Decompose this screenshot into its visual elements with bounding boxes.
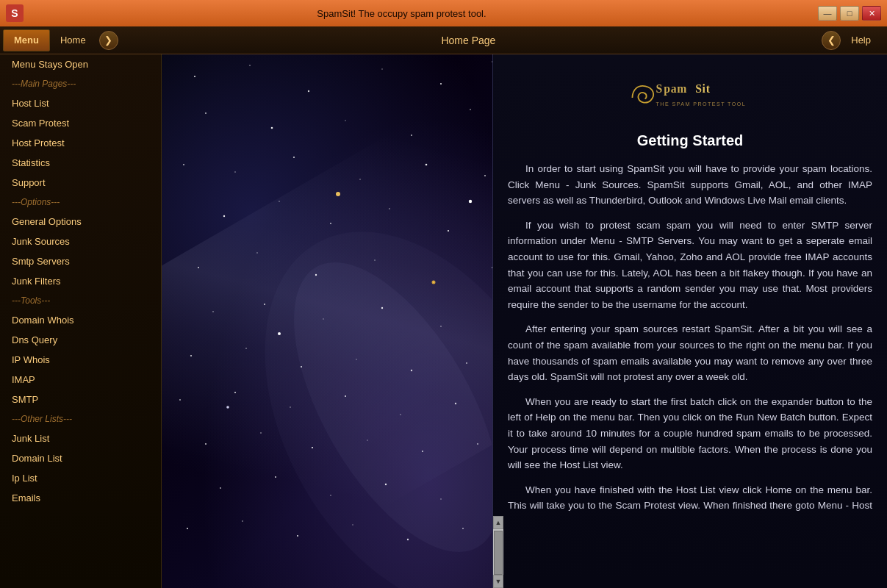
sidebar-item-ip-whois[interactable]: IP Whois bbox=[0, 350, 161, 370]
sidebar-other-label: ---Other Lists--- bbox=[0, 409, 161, 429]
title-bar: S SpamSit! The occupy spam protest tool.… bbox=[0, 0, 887, 26]
svg-point-67 bbox=[275, 476, 276, 478]
svg-point-81 bbox=[336, 192, 340, 196]
content-para-5: When you have finished with the Host Lis… bbox=[508, 482, 872, 516]
svg-point-22 bbox=[279, 201, 280, 202]
sidebar-item-dns-query[interactable]: Dns Query bbox=[0, 330, 161, 350]
svg-point-23 bbox=[330, 223, 331, 224]
svg-point-42 bbox=[190, 355, 192, 356]
content-scrollbar[interactable]: ▲ ▼ bbox=[493, 516, 503, 588]
sidebar-item-junk-sources[interactable]: Junk Sources bbox=[0, 232, 161, 251]
sidebar-item-junk-filters[interactable]: Junk Filters bbox=[0, 271, 161, 291]
content-body: In order to start using SpamSit you will… bbox=[508, 161, 872, 516]
sidebar-item-domain-list[interactable]: Domain List bbox=[0, 448, 161, 468]
content-para-1: In order to start using SpamSit you will… bbox=[508, 161, 872, 209]
svg-point-66 bbox=[220, 487, 221, 489]
svg-point-17 bbox=[359, 179, 360, 179]
sidebar-item-support[interactable]: Support bbox=[0, 173, 161, 193]
svg-point-2 bbox=[308, 90, 309, 92]
svg-point-21 bbox=[223, 215, 225, 217]
svg-point-11 bbox=[411, 135, 412, 136]
spamsit-logo: S pam Sit THE SPAM PROTEST TOOL bbox=[617, 72, 764, 123]
scroll-up-arrow[interactable]: ▲ bbox=[493, 516, 503, 529]
sidebar-item-statistics[interactable]: Statistics bbox=[0, 153, 161, 173]
svg-point-1 bbox=[249, 65, 251, 66]
svg-point-16 bbox=[293, 157, 295, 158]
svg-point-36 bbox=[264, 304, 265, 305]
title-bar-left: S bbox=[6, 4, 29, 22]
svg-point-24 bbox=[389, 208, 389, 209]
svg-point-85 bbox=[226, 406, 229, 409]
content-para-2: If you wish to protest scam spam you wil… bbox=[508, 218, 872, 313]
nav-forward-button[interactable]: ❯ bbox=[99, 31, 118, 50]
svg-point-10 bbox=[345, 120, 345, 121]
sidebar-item-host-protest[interactable]: Host Protest bbox=[0, 133, 161, 153]
content-scroll[interactable]: S pam Sit THE SPAM PROTEST TOOL Getting … bbox=[493, 54, 887, 516]
menu-button[interactable]: Menu bbox=[3, 29, 50, 51]
svg-point-51 bbox=[234, 392, 236, 393]
content-area: S pam Sit THE SPAM PROTEST TOOL Getting … bbox=[162, 54, 887, 588]
sidebar-main-pages-label: ---Main Pages--- bbox=[0, 74, 161, 93]
sidebar-menu-stays-open[interactable]: Menu Stays Open bbox=[0, 54, 161, 74]
sidebar-item-general-options[interactable]: General Options bbox=[0, 212, 161, 232]
svg-point-29 bbox=[256, 252, 257, 253]
menu-bar: Menu Home ❯ Home Page ❮ Help bbox=[0, 26, 887, 54]
svg-point-35 bbox=[212, 311, 214, 312]
app-icon: S bbox=[6, 4, 24, 22]
home-button[interactable]: Home bbox=[50, 29, 96, 51]
page-title: Home Page bbox=[118, 35, 819, 46]
sidebar: Menu Stays Open ---Main Pages--- Host Li… bbox=[0, 54, 162, 588]
sidebar-item-junk-list[interactable]: Junk List bbox=[0, 429, 161, 448]
svg-point-15 bbox=[234, 171, 236, 173]
svg-point-50 bbox=[179, 399, 181, 401]
sidebar-item-ip-list[interactable]: Ip List bbox=[0, 468, 161, 488]
scroll-down-arrow[interactable]: ▼ bbox=[493, 575, 503, 588]
svg-point-3 bbox=[381, 68, 382, 69]
svg-point-9 bbox=[271, 127, 273, 129]
sidebar-item-domain-whois[interactable]: Domain Whois bbox=[0, 310, 161, 330]
svg-point-14 bbox=[183, 164, 184, 165]
svg-point-58 bbox=[205, 443, 207, 445]
svg-point-8 bbox=[205, 112, 207, 114]
content-para-3: After entering your spam sources restart… bbox=[508, 321, 872, 384]
logo-area: S pam Sit THE SPAM PROTEST TOOL bbox=[508, 66, 872, 126]
right-panel: S pam Sit THE SPAM PROTEST TOOL Getting … bbox=[492, 54, 887, 588]
svg-point-18 bbox=[425, 164, 428, 166]
nav-back-button[interactable]: ❮ bbox=[822, 31, 841, 50]
svg-point-74 bbox=[242, 520, 243, 522]
svg-point-84 bbox=[469, 200, 472, 203]
svg-point-4 bbox=[440, 83, 442, 85]
svg-text:pam: pam bbox=[664, 82, 687, 96]
sidebar-item-imap[interactable]: IMAP bbox=[0, 370, 161, 390]
svg-text:THE SPAM PROTEST TOOL: THE SPAM PROTEST TOOL bbox=[656, 101, 747, 107]
svg-point-43 bbox=[245, 348, 247, 349]
scroll-thumb[interactable] bbox=[494, 531, 503, 575]
title-bar-controls: — □ ✕ bbox=[818, 6, 881, 21]
svg-point-25 bbox=[448, 230, 449, 232]
svg-text:S: S bbox=[656, 82, 663, 95]
svg-text:Sit: Sit bbox=[695, 82, 711, 95]
close-button[interactable]: ✕ bbox=[862, 6, 881, 21]
svg-point-73 bbox=[187, 528, 188, 529]
content-para-4: When you are ready to start the first ba… bbox=[508, 394, 872, 473]
sidebar-item-smtp-servers[interactable]: Smtp Servers bbox=[0, 251, 161, 271]
maximize-button[interactable]: □ bbox=[840, 6, 859, 21]
main-layout: Menu Stays Open ---Main Pages--- Host Li… bbox=[0, 54, 887, 588]
svg-point-12 bbox=[470, 109, 471, 110]
minimize-button[interactable]: — bbox=[818, 6, 837, 21]
sidebar-tools-label: ---Tools--- bbox=[0, 291, 161, 310]
title-bar-title: SpamSit! The occupy spam protest tool. bbox=[29, 8, 774, 19]
svg-point-0 bbox=[194, 76, 195, 77]
sidebar-item-emails[interactable]: Emails bbox=[0, 488, 161, 508]
help-button[interactable]: Help bbox=[841, 29, 881, 51]
svg-point-59 bbox=[260, 432, 262, 434]
content-heading: Getting Started bbox=[508, 132, 872, 149]
svg-point-28 bbox=[198, 267, 199, 268]
sidebar-options-label: ---Options--- bbox=[0, 193, 161, 212]
sidebar-item-host-list[interactable]: Host List bbox=[0, 93, 161, 113]
sidebar-item-smtp[interactable]: SMTP bbox=[0, 390, 161, 409]
svg-point-75 bbox=[297, 535, 298, 537]
svg-point-19 bbox=[484, 175, 486, 176]
sidebar-item-scam-protest[interactable]: Scam Protest bbox=[0, 113, 161, 133]
